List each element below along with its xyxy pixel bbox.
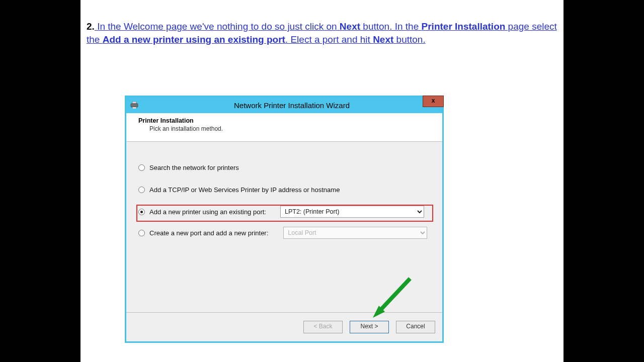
existing-port-select[interactable]: LPT2: (Printer Port) — [280, 206, 424, 218]
radio-tcpip[interactable] — [138, 187, 145, 193]
close-icon: x — [432, 97, 435, 104]
option-label: Search the network for printers — [149, 164, 239, 171]
option-label: Add a TCP/IP or Web Services Printer by … — [149, 186, 340, 194]
radio-new-port[interactable] — [138, 230, 145, 236]
dialog-header: Printer Installation Pick an installatio… — [126, 113, 442, 141]
dialog-footer: < Back Next > Cancel — [126, 312, 442, 341]
svg-rect-1 — [131, 104, 138, 107]
svg-rect-0 — [132, 102, 136, 104]
option-tcpip[interactable]: Add a TCP/IP or Web Services Printer by … — [126, 183, 442, 196]
option-existing-port[interactable]: Add a new printer using an existing port… — [126, 205, 442, 218]
option-label: Add a new printer using an existing port… — [149, 208, 266, 216]
option-new-port[interactable]: Create a new port and add a new printer:… — [126, 226, 442, 239]
printer-icon — [130, 102, 138, 109]
option-search-network[interactable]: Search the network for printers — [126, 161, 442, 174]
dialog-title: Network Printer Installation Wizard — [141, 101, 442, 110]
dialog-header-subtitle: Pick an installation method. — [138, 124, 432, 132]
svg-rect-2 — [132, 107, 136, 109]
instruction-paragraph: 2. In the Welcome page we've nothing to … — [87, 20, 557, 46]
radio-existing-port[interactable] — [138, 209, 145, 215]
dialog-body: Search the network for printers Add a TC… — [126, 142, 442, 239]
dialog-titlebar[interactable]: Network Printer Installation Wizard x — [126, 97, 442, 113]
cancel-button[interactable]: Cancel — [396, 321, 435, 333]
dialog-header-title: Printer Installation — [138, 117, 432, 124]
document-page: 2. In the Welcome page we've nothing to … — [80, 0, 564, 362]
close-button[interactable]: x — [423, 96, 444, 107]
back-button: < Back — [303, 321, 343, 333]
option-label: Create a new port and add a new printer: — [149, 229, 268, 237]
radio-search-network[interactable] — [138, 164, 145, 171]
step-number: 2. — [87, 21, 95, 32]
new-port-type-select: Local Port — [283, 227, 427, 239]
next-button[interactable]: Next > — [350, 321, 389, 333]
wizard-dialog: Network Printer Installation Wizard x Pr… — [125, 96, 444, 343]
svg-line-3 — [379, 279, 410, 312]
